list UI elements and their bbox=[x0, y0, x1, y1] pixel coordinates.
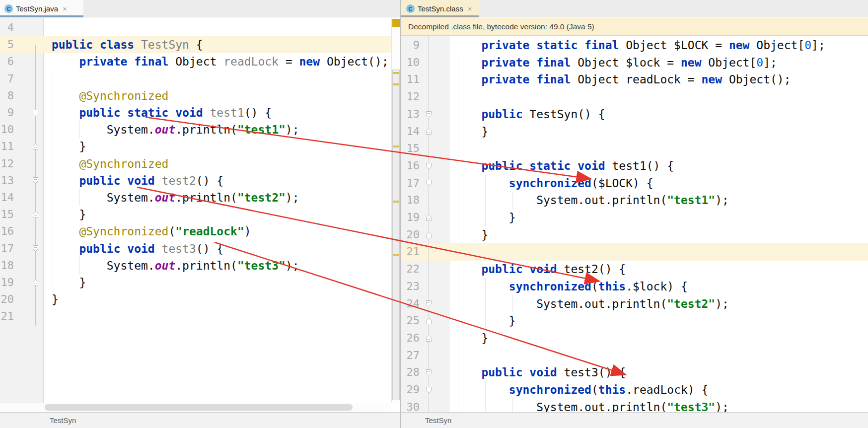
code-line-26[interactable]: } bbox=[454, 330, 488, 347]
code-line-23[interactable]: synchronized(this.$lock) { bbox=[454, 278, 688, 295]
warning-stripe-mark[interactable] bbox=[393, 72, 399, 74]
code-line-14[interactable]: System.out.println("test2"); bbox=[52, 189, 299, 206]
line-number: 18 bbox=[0, 257, 14, 274]
code-line-10[interactable]: System.out.println("test1"); bbox=[52, 121, 299, 138]
editor-source-java[interactable]: 45public class TestSyn {6 private final … bbox=[0, 18, 391, 403]
code-line-30[interactable]: System.out.println("test3"); bbox=[454, 399, 729, 412]
fold-region-line bbox=[429, 36, 429, 412]
code-line-13[interactable]: public void test2() { bbox=[52, 172, 223, 189]
line-number: 24 bbox=[401, 295, 420, 313]
code-line-20[interactable]: } bbox=[52, 291, 59, 308]
fold-marker-down-icon[interactable] bbox=[32, 245, 39, 254]
inspection-status-marker[interactable] bbox=[392, 19, 400, 27]
line-number: 27 bbox=[401, 347, 420, 364]
line-number: 19 bbox=[0, 274, 14, 291]
code-line-14[interactable]: } bbox=[454, 123, 488, 141]
code-line-11[interactable]: } bbox=[52, 138, 86, 155]
fold-marker-up-icon[interactable] bbox=[32, 279, 39, 288]
close-icon[interactable]: × bbox=[468, 4, 472, 13]
line-number: 6 bbox=[0, 53, 14, 70]
line-number: 11 bbox=[401, 71, 420, 88]
line-number: 13 bbox=[401, 106, 420, 123]
code-line-25[interactable]: } bbox=[454, 312, 516, 330]
fold-marker-up-icon[interactable] bbox=[426, 317, 432, 327]
line-number: 15 bbox=[401, 140, 420, 157]
code-line-29[interactable]: synchronized(this.readLock) { bbox=[454, 381, 708, 399]
code-line-17[interactable]: synchronized($LOCK) { bbox=[454, 175, 653, 192]
line-number: 8 bbox=[0, 87, 14, 104]
fold-marker-up-icon[interactable] bbox=[426, 231, 432, 241]
line-number: 12 bbox=[401, 88, 420, 106]
fold-marker-down-icon[interactable] bbox=[32, 109, 39, 119]
code-line-28[interactable]: public void test3() { bbox=[454, 364, 626, 381]
left-hscroll-thumb[interactable] bbox=[45, 404, 353, 411]
left-hscroll-track bbox=[0, 403, 391, 412]
line-number: 14 bbox=[0, 189, 14, 206]
fold-marker-down-icon[interactable] bbox=[426, 162, 432, 172]
editor-decompiled-class[interactable]: 9 private static final Object $LOCK = ne… bbox=[401, 36, 868, 412]
fold-marker-down-icon[interactable] bbox=[426, 179, 432, 189]
warning-stripe-mark[interactable] bbox=[393, 145, 399, 147]
code-line-13[interactable]: public TestSyn() { bbox=[454, 106, 605, 123]
code-line-12[interactable]: @Synchronized bbox=[52, 155, 168, 172]
right-tab-bar: C TestSyn.class × bbox=[401, 0, 868, 17]
close-icon[interactable]: × bbox=[63, 4, 67, 13]
line-number: 16 bbox=[0, 223, 14, 240]
fold-marker-down-icon[interactable] bbox=[426, 300, 432, 309]
warning-stripe-mark[interactable] bbox=[393, 83, 399, 85]
line-number: 13 bbox=[0, 172, 14, 189]
ide-window: C TestSyn.java × C TestSyn.class × Decom… bbox=[0, 0, 868, 428]
active-tab-underline bbox=[401, 15, 479, 17]
code-line-11[interactable]: private final Object readLock = new Obje… bbox=[454, 71, 791, 88]
breadcrumb-right[interactable]: TestSyn bbox=[425, 416, 451, 425]
tab-testsyn-class[interactable]: C TestSyn.class × bbox=[401, 0, 479, 17]
line-number: 9 bbox=[401, 37, 420, 54]
line-number: 12 bbox=[0, 155, 14, 172]
warning-stripe-mark[interactable] bbox=[393, 254, 399, 256]
tab-testsyn-java[interactable]: C TestSyn.java × bbox=[0, 0, 83, 17]
code-line-9[interactable]: private static final Object $LOCK = new … bbox=[454, 37, 825, 54]
line-number: 21 bbox=[401, 243, 420, 261]
code-line-18[interactable]: System.out.println("test3"); bbox=[52, 257, 299, 274]
fold-marker-down-icon[interactable] bbox=[426, 369, 432, 378]
line-number: 26 bbox=[401, 330, 420, 347]
fold-marker-down-icon[interactable] bbox=[426, 386, 432, 396]
warning-stripe-mark[interactable] bbox=[393, 201, 399, 203]
decompiled-banner: Decompiled .class file, bytecode version… bbox=[401, 18, 868, 36]
left-tab-bar: C TestSyn.java × bbox=[0, 0, 400, 17]
fold-marker-down-icon[interactable] bbox=[426, 111, 432, 120]
fold-marker-up-icon[interactable] bbox=[426, 214, 432, 223]
code-line-10[interactable]: private final Object $lock = new Object[… bbox=[454, 54, 777, 71]
line-number: 30 bbox=[401, 399, 420, 412]
fold-marker-up-icon[interactable] bbox=[426, 335, 432, 344]
left-editor-scrollbar[interactable] bbox=[391, 18, 400, 403]
code-line-16[interactable]: public static void test1() { bbox=[454, 157, 674, 175]
fold-marker-up-icon[interactable] bbox=[426, 128, 432, 137]
breadcrumb-left[interactable]: TestSyn bbox=[50, 416, 76, 425]
code-line-22[interactable]: public void test2() { bbox=[454, 261, 626, 278]
code-line-19[interactable]: } bbox=[454, 209, 516, 226]
fold-marker-up-icon[interactable] bbox=[32, 143, 39, 152]
fold-marker-down-icon[interactable] bbox=[32, 177, 39, 186]
line-number: 18 bbox=[401, 192, 420, 209]
line-number: 29 bbox=[401, 381, 420, 399]
code-line-5[interactable]: public class TestSyn { bbox=[52, 36, 203, 53]
code-line-17[interactable]: public void test3() { bbox=[52, 240, 223, 257]
code-line-6[interactable]: private final Object readLock = new Obje… bbox=[52, 53, 389, 70]
code-line-9[interactable]: public static void test1() { bbox=[52, 104, 272, 121]
code-line-20[interactable]: } bbox=[454, 226, 488, 244]
code-line-18[interactable]: System.out.println("test1"); bbox=[454, 192, 729, 209]
code-line-8[interactable]: @Synchronized bbox=[52, 87, 168, 104]
fold-marker-up-icon[interactable] bbox=[32, 211, 39, 220]
line-number: 28 bbox=[401, 364, 420, 381]
class-icon: C bbox=[4, 4, 13, 13]
code-line-16[interactable]: @Synchronized("readLock") bbox=[52, 223, 251, 240]
scrollbar-thumb[interactable] bbox=[392, 70, 400, 400]
line-number: 5 bbox=[0, 36, 14, 53]
pane-splitter[interactable] bbox=[400, 0, 401, 428]
code-line-15[interactable]: } bbox=[52, 206, 86, 223]
code-line-19[interactable]: } bbox=[52, 274, 86, 291]
status-bar: TestSyn TestSyn bbox=[0, 412, 868, 428]
code-line-24[interactable]: System.out.println("test2"); bbox=[454, 295, 729, 313]
line-number: 7 bbox=[0, 71, 14, 87]
